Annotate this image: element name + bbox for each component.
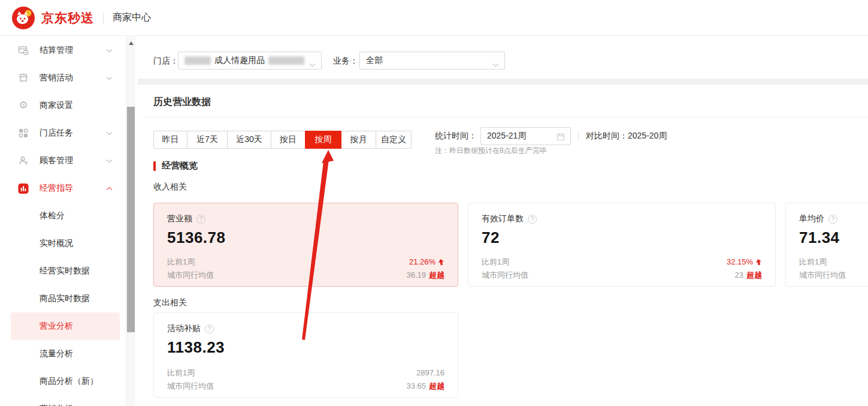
sidebar-item-store-tasks[interactable]: 门店任务 xyxy=(0,119,126,147)
chevron-down-icon xyxy=(106,49,113,53)
compare-prev-week-row: 比前1周 32.15% xyxy=(482,255,762,269)
card-activity-subsidy[interactable]: 活动补贴 ? 1138.23 比前1周 2897.16 城市同行均值 33.65… xyxy=(153,312,458,398)
masked-store-name-suffix xyxy=(268,56,304,65)
help-icon[interactable]: ? xyxy=(196,215,205,224)
stat-time-bar: 统计时间： 2025-21周 对比时间： 2025-20周 xyxy=(435,127,667,145)
sidebar: 结算管理 营销活动 ⚙ 商家设置 xyxy=(0,37,138,406)
card-revenue[interactable]: 营业额 ? 5136.78 比前1周 21.26% 城市同行均值 36.19 超… xyxy=(153,203,458,287)
jd-seconds-logo-icon xyxy=(12,7,35,29)
help-icon[interactable]: ? xyxy=(528,215,537,224)
avg-order-price-value: 71.34 xyxy=(799,228,868,247)
vertical-divider xyxy=(578,132,579,140)
bar-chart-icon xyxy=(18,183,29,194)
sidebar-item-merchant-settings[interactable]: ⚙ 商家设置 xyxy=(0,92,126,119)
tab-last-30-days[interactable]: 近30天 xyxy=(227,131,271,149)
chevron-down-icon xyxy=(309,59,316,70)
arrow-up-icon xyxy=(755,259,762,266)
store-filter-label: 门店： xyxy=(153,56,179,67)
calendar-icon xyxy=(557,133,565,143)
city-peer-average-row: 城市同行均值 xyxy=(799,269,868,282)
grid-icon xyxy=(18,128,29,139)
receipt-icon xyxy=(18,45,29,56)
beyond-badge: 超越 xyxy=(429,269,444,282)
city-peer-average-row: 城市同行均值 33.65 超越 xyxy=(167,380,444,393)
business-select[interactable]: 全部 xyxy=(359,52,505,70)
income-group-label: 收入相关 xyxy=(153,182,187,193)
card-valid-orders[interactable]: 有效订单数 ? 72 比前1周 32.15% 城市同行均值 23 超越 xyxy=(468,203,776,287)
sidebar-item-marketing[interactable]: 营销活动 xyxy=(0,64,126,92)
overview-title: 经营概览 xyxy=(162,160,198,172)
beyond-badge: 超越 xyxy=(746,269,762,282)
sidebar-subitem-marketing-analysis[interactable]: 营销分析 xyxy=(0,395,126,406)
stat-time-label: 统计时间： xyxy=(435,131,477,142)
portal-title: 商家中心 xyxy=(113,11,151,24)
chevron-down-icon xyxy=(106,76,113,80)
beyond-badge: 超越 xyxy=(429,380,444,393)
city-peer-average-row: 城市同行均值 23 超越 xyxy=(482,269,762,282)
tab-by-day[interactable]: 按日 xyxy=(271,131,306,149)
compare-time-value: 2025-20周 xyxy=(628,131,667,142)
compare-prev-week-row: 比前1周 21.26% xyxy=(167,255,444,269)
section-separator xyxy=(138,79,868,85)
tab-yesterday[interactable]: 昨日 xyxy=(153,131,187,149)
sidebar-subitem-product-analysis-new[interactable]: 商品分析（新） xyxy=(0,368,126,395)
expense-group-label: 支出相关 xyxy=(153,297,187,308)
sidebar-subitem-product-realtime-data[interactable]: 商品实时数据 xyxy=(0,285,126,312)
tab-last-7-days[interactable]: 近7天 xyxy=(187,131,228,149)
header-divider xyxy=(103,13,104,23)
business-filter-label: 业务： xyxy=(333,56,358,67)
data-ready-note: 注：昨日数据预计在8点后生产完毕 xyxy=(435,146,547,156)
app-header: 京东秒送 商家中心 xyxy=(0,0,868,36)
sidebar-item-settlement[interactable]: 结算管理 xyxy=(0,37,126,64)
card-avg-order-price[interactable]: 单均价 ? 71.34 比前1周 城市同行均值 xyxy=(785,203,868,287)
users-icon xyxy=(18,155,29,166)
scrollbar-up-arrow-icon[interactable] xyxy=(129,41,134,45)
section-divider xyxy=(144,117,868,118)
brand-name: 京东秒送 xyxy=(41,10,94,26)
overview-header: 经营概览 xyxy=(153,160,198,172)
tab-by-week[interactable]: 按周 xyxy=(305,131,341,149)
revenue-value: 5136.78 xyxy=(167,228,444,247)
chevron-down-icon xyxy=(492,59,499,70)
compare-prev-week-row: 比前1周 2897.16 xyxy=(167,366,444,380)
sidebar-item-business-guidance[interactable]: 经营指导 xyxy=(0,175,126,202)
activity-subsidy-value: 1138.23 xyxy=(167,338,444,357)
compare-time-label: 对比时间： xyxy=(586,131,628,142)
sidebar-subitem-realtime-overview[interactable]: 实时概况 xyxy=(0,230,126,257)
tab-custom[interactable]: 自定义 xyxy=(376,131,412,149)
chevron-down-icon xyxy=(106,131,113,136)
valid-orders-value: 72 xyxy=(482,228,762,247)
help-icon[interactable]: ? xyxy=(828,215,837,224)
city-peer-average-row: 城市同行均值 36.19 超越 xyxy=(167,269,444,282)
red-accent-bar xyxy=(153,161,156,171)
marketing-icon xyxy=(18,73,29,83)
tab-by-month[interactable]: 按月 xyxy=(341,131,376,149)
compare-prev-week-row: 比前1周 xyxy=(799,255,868,269)
sidebar-subitem-business-analysis[interactable]: 营业分析 xyxy=(11,312,120,340)
stat-time-picker[interactable]: 2025-21周 xyxy=(480,127,571,145)
sidebar-subitem-business-realtime-data[interactable]: 经营实时数据 xyxy=(0,257,126,285)
sidebar-subitem-health-score[interactable]: 体检分 xyxy=(0,202,126,230)
sidebar-scrollbar[interactable] xyxy=(126,37,135,406)
date-range-tabs: 昨日 近7天 近30天 按日 按周 按月 自定义 xyxy=(153,131,412,149)
gear-icon: ⚙ xyxy=(18,100,29,111)
chevron-up-icon xyxy=(106,187,113,191)
sidebar-item-customer-management[interactable]: 顾客管理 xyxy=(0,147,126,175)
section-title: 历史营业数据 xyxy=(153,96,211,109)
help-icon[interactable]: ? xyxy=(205,324,214,333)
sidebar-subitem-traffic-analysis[interactable]: 流量分析 xyxy=(0,340,126,368)
scrollbar-thumb[interactable] xyxy=(127,107,135,332)
chevron-down-icon xyxy=(106,159,113,163)
masked-store-name-prefix xyxy=(185,56,211,65)
store-select[interactable]: 成人情趣用品 xyxy=(178,52,322,70)
arrow-up-icon xyxy=(438,259,444,266)
